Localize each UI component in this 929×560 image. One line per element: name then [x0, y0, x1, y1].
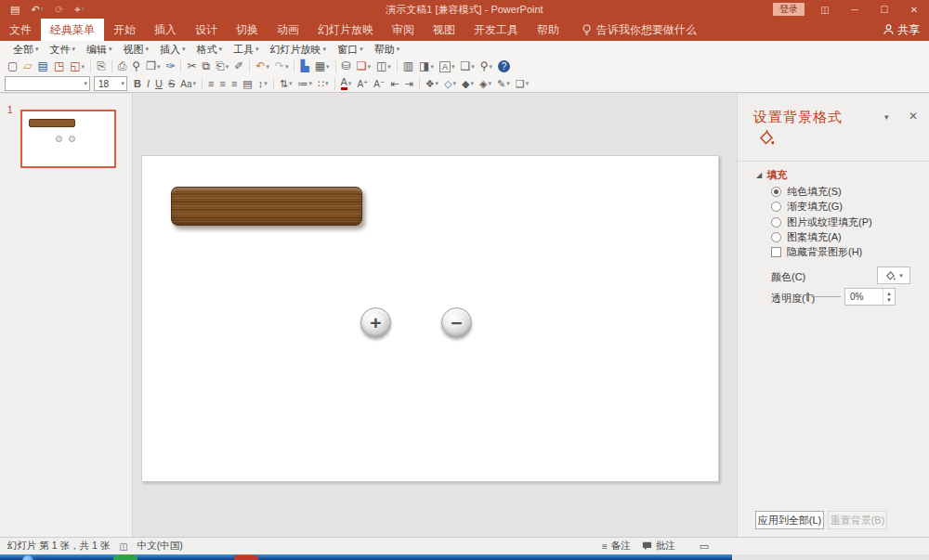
sign-in-button[interactable]: 登录 — [773, 3, 805, 16]
plus-button-shape[interactable]: + — [360, 307, 391, 338]
spinner-up-icon[interactable]: ▲ — [886, 291, 892, 297]
checkbox-icon[interactable] — [771, 247, 781, 257]
menu-item-1[interactable]: 文件▾ — [45, 43, 82, 57]
spinner-down-icon[interactable]: ▼ — [886, 297, 892, 304]
shape-outline-icon[interactable]: ✎▾ — [495, 76, 512, 92]
undo-icon[interactable]: ↶▾ — [29, 2, 46, 17]
shape-fill-icon[interactable]: ◆▾ — [460, 76, 476, 92]
transparency-slider-handle[interactable] — [806, 293, 809, 301]
transparency-slider-track[interactable] — [811, 296, 841, 297]
share-button[interactable]: 共享 — [883, 19, 920, 41]
tab-home[interactable]: 开始 — [104, 19, 145, 41]
taskbar-app-green[interactable] — [113, 555, 137, 560]
slide-canvas[interactable]: + − — [141, 155, 719, 482]
menu-item-5[interactable]: 格式▾ — [191, 43, 229, 57]
pane-options-chevron-icon[interactable]: ▾ — [884, 112, 889, 122]
slide-thumbnail[interactable] — [20, 110, 116, 168]
menu-item-4[interactable]: 插入▾ — [154, 43, 191, 57]
copy-icon[interactable]: ⧉ — [201, 59, 213, 74]
tab-slideshow[interactable]: 幻灯片放映 — [308, 19, 383, 41]
fill-option-0[interactable]: 纯色填充(S) — [771, 185, 842, 198]
print-icon[interactable]: ⎙ — [116, 59, 129, 74]
slide-view-icon[interactable]: ◨▾ — [417, 59, 436, 74]
radio-icon[interactable] — [771, 202, 781, 212]
cut-icon[interactable]: ✂ — [185, 59, 198, 74]
print-preview-icon[interactable]: ⚲ — [130, 59, 142, 74]
notes-button[interactable]: ≡ 备注 — [602, 540, 631, 553]
format-painter-icon[interactable]: ✐ — [232, 59, 245, 74]
language-indicator[interactable]: 中文(中国) — [137, 540, 183, 553]
maximize-icon[interactable]: ☐ — [870, 0, 899, 19]
spelling-icon[interactable]: ✑ — [164, 59, 177, 74]
ribbon-display-options-icon[interactable]: ◫ — [810, 0, 840, 19]
duplicate-page-icon[interactable]: ⎘ — [95, 59, 108, 74]
fill-option-2[interactable]: 图片或纹理填充(P) — [771, 215, 872, 228]
menu-item-6[interactable]: 工具▾ — [228, 43, 265, 57]
tell-me-box[interactable]: 告诉我你想要做什么 — [582, 19, 697, 41]
shape-effects-icon[interactable]: ❏▾ — [514, 76, 530, 92]
tab-design[interactable]: 设计 — [186, 19, 227, 41]
radio-icon[interactable] — [771, 232, 781, 242]
accessibility-icon[interactable]: ◫ — [119, 541, 127, 552]
transparency-spinbox[interactable]: 0% ▲▼ — [844, 288, 896, 306]
wood-texture-bar-shape[interactable] — [171, 187, 362, 226]
minimize-icon[interactable]: ─ — [840, 0, 870, 19]
menu-item-9[interactable]: 帮助▾ — [369, 43, 406, 57]
radio-icon[interactable] — [771, 217, 781, 228]
bold-icon[interactable]: B — [132, 76, 143, 92]
change-case-icon[interactable]: Aa▾ — [178, 76, 198, 92]
save-icon[interactable]: ▤ — [36, 59, 50, 74]
new-slide-icon[interactable]: ❏▾ — [355, 59, 373, 74]
apply-to-all-button[interactable]: 应用到全部(L) — [755, 511, 824, 529]
font-name-combo[interactable]: ▾ — [5, 76, 90, 91]
tab-animations[interactable]: 动画 — [268, 19, 308, 41]
font-size-combo[interactable]: 18 ▾ — [94, 76, 127, 91]
comments-button[interactable]: 批注 — [642, 540, 675, 553]
paste-icon[interactable]: ⎗▾ — [214, 59, 230, 74]
fill-tab-button[interactable] — [757, 129, 776, 149]
shapes-icon[interactable]: ◇▾ — [442, 76, 458, 92]
tab-classic-menu[interactable]: 经典菜单 — [41, 19, 104, 41]
spinner-arrows[interactable]: ▲▼ — [883, 289, 895, 305]
underline-icon[interactable]: U — [153, 76, 164, 92]
menu-item-2[interactable]: 编辑▾ — [81, 43, 118, 57]
redo-icon[interactable]: ↷▾ — [273, 59, 291, 74]
tab-file[interactable]: 文件 — [0, 19, 41, 41]
save-icon[interactable]: ▤ — [8, 2, 21, 17]
windows-taskbar[interactable] — [0, 554, 732, 560]
pane-close-icon[interactable]: ✕ — [909, 110, 918, 123]
fill-option-1[interactable]: 渐变填充(G) — [771, 201, 843, 214]
shrink-font-icon[interactable]: A⁻ — [372, 76, 386, 92]
bullets-icon[interactable]: ∷▾ — [316, 76, 331, 92]
touch-mode-icon[interactable]: ⌖▾ — [72, 2, 86, 17]
menu-item-7[interactable]: 幻灯片放映▾ — [265, 43, 333, 57]
align-left-icon[interactable]: ≡ — [206, 76, 216, 92]
page-setup-icon[interactable]: ❐▾ — [144, 59, 162, 74]
numbering-icon[interactable]: ≔▾ — [295, 76, 314, 92]
line-spacing-icon[interactable]: ↕▾ — [256, 76, 269, 92]
fill-bucket-icon[interactable]: ◈▾ — [478, 76, 493, 92]
tab-review[interactable]: 审阅 — [383, 19, 424, 41]
tab-help[interactable]: 帮助 — [528, 19, 569, 41]
zoom-icon[interactable]: ⚲▾ — [478, 59, 494, 74]
fill-section-header[interactable]: ◢ 填充 — [756, 168, 787, 182]
menu-item-8[interactable]: 窗口▾ — [332, 43, 369, 57]
hide-background-checkbox-row[interactable]: 隐藏背景图形(H) — [771, 245, 862, 258]
start-button[interactable] — [22, 555, 33, 560]
fill-option-3[interactable]: 图案填充(A) — [771, 231, 842, 244]
increase-indent-icon[interactable]: ⇥ — [403, 76, 415, 92]
outline-view-icon[interactable]: ▥ — [401, 59, 415, 74]
strikethrough-icon[interactable]: S — [166, 76, 177, 92]
callout-icon[interactable]: ❑▾ — [459, 59, 477, 74]
close-icon[interactable]: ✕ — [899, 0, 929, 19]
design-theme-icon[interactable]: ❖▾ — [424, 76, 440, 92]
align-right-icon[interactable]: ≡ — [229, 76, 239, 92]
new-file-icon[interactable]: ▢ — [6, 59, 20, 74]
tab-insert[interactable]: 插入 — [145, 19, 186, 41]
font-color-icon[interactable]: A▾ — [339, 76, 354, 92]
menu-item-0[interactable]: 全部▾ — [7, 43, 45, 57]
save-as-icon[interactable]: ◳ — [52, 59, 66, 74]
align-center-icon[interactable]: ≡ — [217, 76, 227, 92]
table-icon[interactable]: ▦▾ — [313, 59, 332, 74]
undo-icon[interactable]: ↶▾ — [254, 59, 271, 74]
